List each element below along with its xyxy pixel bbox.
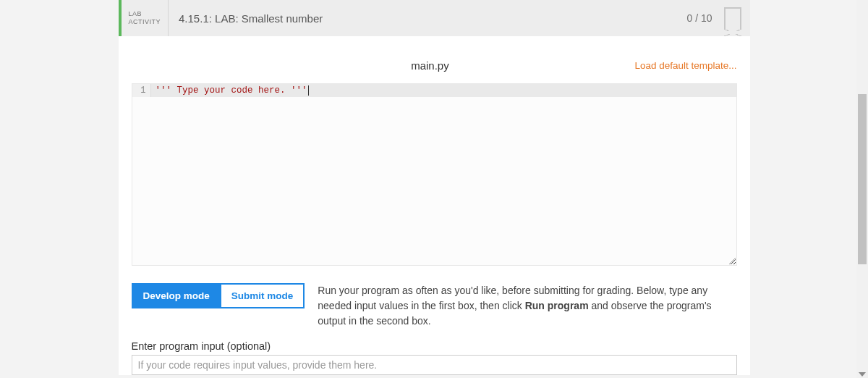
code-line: 1 ''' Type your code here. ''' [132, 84, 736, 97]
lab-activity-badge: LAB ACTIVITY [122, 0, 169, 36]
run-program-bold: Run program [525, 300, 589, 311]
code-editor[interactable]: 1 ''' Type your code here. ''' [132, 83, 737, 266]
text-cursor [308, 85, 309, 96]
resize-handle-icon[interactable] [727, 256, 736, 264]
lab-container: LAB ACTIVITY 4.15.1: LAB: Smallest numbe… [119, 0, 750, 375]
page-scrollbar[interactable] [856, 0, 868, 378]
lab-title: 4.15.1: LAB: Smallest number [169, 0, 686, 36]
line-number: 1 [132, 84, 151, 97]
lab-header: LAB ACTIVITY 4.15.1: LAB: Smallest numbe… [119, 0, 750, 36]
program-input-section: Enter program input (optional) [119, 329, 750, 375]
editor-section: main.py Load default template... 1 ''' T… [119, 36, 750, 266]
program-input-field[interactable] [132, 355, 737, 375]
filename-label: main.py [132, 59, 635, 72]
mode-toggle: Develop mode Submit mode [132, 283, 305, 308]
program-input-label: Enter program input (optional) [132, 340, 737, 352]
lab-activity-line1: LAB [129, 10, 161, 18]
code-content[interactable]: ''' Type your code here. ''' [151, 84, 309, 97]
load-default-template-link[interactable]: Load default template... [634, 60, 736, 71]
lab-activity-line2: ACTIVITY [129, 18, 161, 26]
scrollbar-down-arrow-icon[interactable] [859, 372, 866, 377]
editor-header: main.py Load default template... [119, 54, 750, 77]
bookmark-icon[interactable] [724, 7, 741, 29]
mode-row: Develop mode Submit mode Run your progra… [119, 266, 750, 329]
scrollbar-thumb[interactable] [858, 94, 867, 264]
lab-score: 0 / 10 [686, 0, 720, 36]
mode-description: Run your program as often as you'd like,… [318, 283, 736, 329]
develop-mode-button[interactable]: Develop mode [132, 283, 221, 308]
submit-mode-button[interactable]: Submit mode [221, 283, 305, 308]
